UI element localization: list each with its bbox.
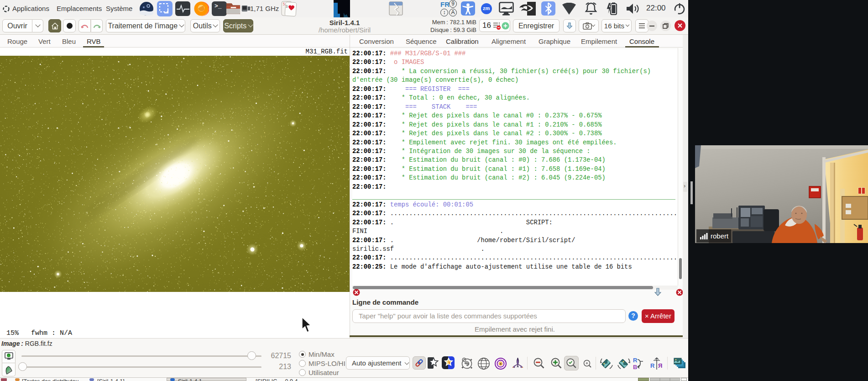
svg-text:Я: Я xyxy=(658,362,662,369)
svg-text:3: 3 xyxy=(286,5,288,9)
svg-text:R: R xyxy=(633,357,638,364)
svg-text:R: R xyxy=(650,362,655,369)
svg-text:5: 5 xyxy=(283,2,285,6)
svg-text:B: B xyxy=(633,364,637,370)
